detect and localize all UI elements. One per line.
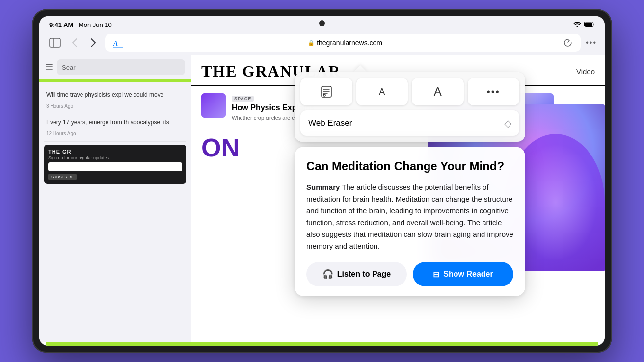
ipad-screen: 9:41 AM Mon Jun 10 bbox=[39, 16, 605, 346]
summary-text: The article discusses the potential bene… bbox=[306, 183, 513, 250]
svg-rect-7 bbox=[322, 86, 331, 97]
site-nav-video[interactable]: Video bbox=[576, 67, 595, 76]
ad-block: THE GR Sign up for our regular updates S… bbox=[44, 145, 186, 184]
ipad-frame: 9:41 AM Mon Jun 10 bbox=[32, 9, 612, 353]
list-item[interactable]: Every 17 years, emerge from th apocalyps… bbox=[44, 114, 186, 142]
web-eraser-label: Web Eraser bbox=[308, 118, 352, 128]
website-content: ☰ Sear Will time trave physicists expl w… bbox=[39, 55, 605, 342]
font-large-label: A bbox=[434, 85, 442, 99]
browser-chrome: A 🔒 thegranularnews.com bbox=[39, 31, 605, 55]
tag-badge: SPACE bbox=[232, 96, 254, 102]
bottom-green-band bbox=[46, 342, 598, 346]
address-bar[interactable]: A 🔒 thegranularnews.com bbox=[105, 34, 581, 52]
font-small-label: A bbox=[379, 87, 385, 97]
popup-toolbar: A A ••• W bbox=[295, 72, 525, 142]
status-time: 9:41 AM bbox=[49, 21, 73, 28]
summary-title: Can Meditation Change Your Mind? bbox=[306, 158, 513, 174]
url-text: thegranularnews.com bbox=[317, 39, 382, 47]
left-sidebar: ☰ Sear Will time trave physicists expl w… bbox=[39, 55, 191, 342]
svg-point-11 bbox=[323, 94, 325, 96]
reload-button[interactable] bbox=[561, 38, 575, 47]
back-button[interactable] bbox=[68, 36, 81, 50]
wifi-icon bbox=[573, 20, 581, 29]
more-options-button[interactable]: ••• bbox=[468, 78, 520, 105]
reader-view-button[interactable] bbox=[300, 78, 352, 105]
listen-to-page-button[interactable]: 🎧 Listen to Page bbox=[306, 262, 407, 286]
reader-label: Show Reader bbox=[443, 270, 493, 279]
featured-image-purple bbox=[201, 93, 226, 118]
main-content: THE GRANULAR Video SPACE How Physics Exp… bbox=[191, 55, 605, 342]
hamburger-icon[interactable]: ☰ bbox=[45, 62, 53, 73]
svg-rect-2 bbox=[585, 23, 592, 26]
tabs-dots-button[interactable]: ••• bbox=[586, 38, 597, 47]
reader-mode-icon: ⊟ bbox=[433, 270, 439, 279]
ad-subscribe-button[interactable]: SUBSCRIBE bbox=[48, 174, 77, 180]
popup-icons-row: A A ••• bbox=[300, 78, 519, 105]
article-list: Will time trave physicists expl we could… bbox=[39, 82, 191, 189]
reader-font-button[interactable]: A bbox=[111, 36, 125, 50]
sidebar-toggle-button[interactable] bbox=[47, 37, 63, 49]
summary-body: Summary The article discusses the potent… bbox=[306, 181, 513, 252]
ad-subtitle: Sign up for our regular updates bbox=[48, 155, 182, 160]
summary-bold: Summary bbox=[306, 183, 340, 191]
search-field[interactable]: Sear bbox=[57, 59, 185, 75]
summary-actions: 🎧 Listen to Page ⊟ Show Reader bbox=[306, 262, 513, 286]
search-placeholder: Sear bbox=[62, 64, 75, 71]
lock-icon: 🔒 bbox=[308, 40, 315, 46]
more-dots-label: ••• bbox=[487, 86, 500, 98]
font-small-button[interactable]: A bbox=[356, 78, 408, 105]
status-icons bbox=[573, 20, 595, 29]
svg-text:A: A bbox=[113, 40, 118, 47]
eraser-icon: ◇ bbox=[504, 117, 511, 129]
camera-notch bbox=[319, 20, 325, 26]
article-text: Every 17 years, emerge from th apocalyps… bbox=[46, 118, 184, 127]
popup-arrow bbox=[353, 65, 367, 72]
font-large-button[interactable]: A bbox=[412, 78, 464, 105]
article-time: 12 Hours Ago bbox=[46, 131, 76, 136]
article-text: Will time trave physicists expl we could… bbox=[46, 91, 184, 99]
svg-rect-3 bbox=[50, 38, 60, 47]
url-display[interactable]: 🔒 thegranularnews.com bbox=[133, 39, 557, 47]
battery-icon bbox=[584, 20, 595, 29]
address-divider bbox=[129, 38, 129, 47]
ad-email-input[interactable] bbox=[48, 162, 182, 171]
svg-point-0 bbox=[577, 26, 578, 27]
forward-button[interactable] bbox=[86, 36, 100, 50]
headphone-icon: 🎧 bbox=[322, 269, 333, 280]
web-eraser-row[interactable]: Web Eraser ◇ bbox=[300, 110, 519, 136]
summary-card: Can Meditation Change Your Mind? Summary… bbox=[295, 147, 525, 296]
list-item[interactable]: Will time trave physicists expl we could… bbox=[44, 87, 186, 114]
search-bar-row: ☰ Sear bbox=[39, 55, 191, 79]
listen-label: Listen to Page bbox=[337, 270, 391, 279]
popup-panel: A A ••• W bbox=[295, 65, 525, 296]
status-date: Mon Jun 10 bbox=[79, 21, 112, 28]
show-reader-button[interactable]: ⊟ Show Reader bbox=[413, 262, 513, 286]
ad-title: THE GR bbox=[48, 149, 182, 155]
article-time: 3 Hours Ago bbox=[46, 103, 73, 109]
